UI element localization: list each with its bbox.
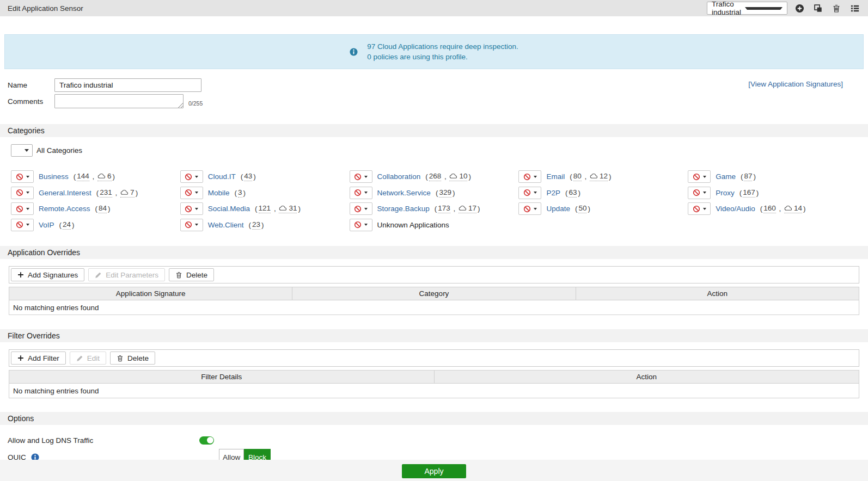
category-link[interactable]: Social.Media	[208, 205, 250, 213]
category-count[interactable]: (23)	[249, 220, 264, 230]
category-link[interactable]: Business	[39, 172, 69, 181]
block-icon	[185, 189, 192, 196]
category-count[interactable]: (144 , 6)	[74, 172, 115, 181]
column-header-application-signature: Application Signature	[9, 287, 292, 300]
category-count[interactable]: (231 , 7)	[96, 188, 138, 198]
view-list-button[interactable]	[848, 2, 861, 15]
category-action-button[interactable]	[350, 170, 372, 183]
category-count[interactable]: (24)	[59, 220, 75, 230]
category-link[interactable]: Network.Service	[377, 189, 431, 197]
category-action-button[interactable]	[688, 187, 711, 199]
chevron-down-icon	[703, 192, 706, 194]
add-signatures-button[interactable]: Add Signatures	[11, 268, 84, 281]
delete-signatures-button[interactable]: Delete	[169, 268, 214, 281]
category-link[interactable]: Mobile	[208, 189, 230, 197]
category-count[interactable]: (121 , 31)	[255, 204, 301, 213]
category-action-button[interactable]	[11, 187, 34, 199]
category-action-button[interactable]	[350, 219, 372, 231]
cloud-icon	[449, 173, 457, 179]
category-count[interactable]: (329)	[436, 188, 455, 198]
category-count[interactable]: (160 , 14)	[760, 204, 806, 213]
category-link[interactable]: Collaboration	[377, 172, 421, 181]
category-count[interactable]: (50)	[575, 204, 590, 213]
block-icon	[354, 173, 362, 181]
category-action-button[interactable]	[688, 170, 711, 183]
category-count[interactable]: (268 , 10)	[425, 172, 471, 181]
cloud-icon	[590, 173, 598, 179]
category-count[interactable]: (87)	[741, 172, 756, 181]
chevron-down-icon	[364, 208, 368, 210]
category-link[interactable]: Proxy	[716, 189, 735, 197]
section-header-filter-overrides: Filter Overrides	[0, 329, 868, 342]
category-action-button[interactable]	[180, 219, 203, 231]
category-action-button[interactable]	[180, 187, 203, 199]
clone-icon	[814, 4, 823, 13]
category-action-button[interactable]	[350, 187, 372, 199]
banner-text: 97 Cloud Applications require deep inspe…	[367, 41, 518, 62]
category-link[interactable]: Video/Audio	[716, 205, 755, 213]
category-action-button[interactable]	[518, 187, 541, 199]
category-item: P2P(63)	[518, 187, 688, 199]
category-action-button[interactable]	[688, 202, 711, 215]
category-action-button[interactable]	[518, 202, 541, 215]
category-count[interactable]: (3)	[235, 188, 246, 198]
section-header-categories: Categories	[0, 124, 868, 137]
category-action-button[interactable]	[11, 219, 34, 231]
list-icon	[850, 4, 860, 13]
category-link[interactable]: P2P	[546, 189, 560, 197]
comments-label: Comments	[8, 97, 54, 106]
profile-select[interactable]: Trafico industrial	[707, 2, 787, 15]
category-link[interactable]: Game	[716, 172, 736, 181]
category-link[interactable]: Cloud.IT	[208, 172, 236, 181]
bulk-action-select[interactable]	[11, 144, 33, 157]
clone-profile-button[interactable]	[811, 2, 824, 15]
category-link[interactable]: Web.Client	[208, 221, 244, 229]
delete-profile-button[interactable]	[830, 2, 843, 15]
apply-button[interactable]: Apply	[402, 464, 466, 478]
category-link[interactable]: General.Interest	[39, 189, 91, 197]
category-item: Game(87)	[688, 170, 857, 183]
category-count[interactable]: (63)	[565, 188, 580, 198]
delete-filter-button[interactable]: Delete	[110, 351, 155, 365]
add-filter-button[interactable]: Add Filter	[11, 351, 66, 365]
category-count[interactable]: (84)	[95, 204, 111, 213]
add-profile-button[interactable]	[793, 2, 806, 15]
category-action-button[interactable]	[350, 202, 372, 215]
view-application-signatures-link[interactable]: [View Application Signatures]	[748, 80, 843, 88]
column-header-action: Action	[434, 371, 859, 384]
category-link[interactable]: Storage.Backup	[377, 205, 430, 213]
block-icon	[523, 189, 531, 196]
cloud-icon	[459, 205, 467, 211]
block-icon	[693, 205, 700, 213]
filter-overrides-toolbar: Add Filter Edit Delete	[9, 349, 859, 367]
page-title: Edit Application Sensor	[8, 4, 83, 13]
category-action-button[interactable]	[518, 170, 541, 183]
category-link[interactable]: Update	[546, 205, 570, 213]
footer-bar: Apply	[0, 460, 868, 481]
category-item: General.Interest(231 , 7)	[11, 187, 180, 199]
name-input[interactable]	[54, 78, 201, 92]
profile-select-value: Trafico industrial	[712, 0, 745, 16]
dns-traffic-toggle[interactable]	[199, 436, 214, 445]
empty-table-message: No matching entries found	[9, 384, 859, 398]
category-item: Proxy(167)	[688, 187, 857, 199]
category-count[interactable]: (80 , 12)	[570, 172, 611, 181]
dns-traffic-row: Allow and Log DNS Traffic	[8, 433, 868, 448]
category-action-button[interactable]	[11, 170, 34, 183]
category-link[interactable]: Email	[546, 172, 565, 181]
category-action-button[interactable]	[180, 170, 203, 183]
category-link[interactable]: VoIP	[39, 221, 54, 229]
category-link[interactable]: Remote.Access	[39, 205, 90, 213]
block-icon	[16, 173, 23, 181]
category-count[interactable]: (173 , 17)	[435, 204, 480, 213]
section-header-application-overrides: Application Overrides	[0, 246, 868, 259]
category-count[interactable]: (167)	[739, 188, 759, 198]
comments-textarea[interactable]	[54, 94, 184, 108]
category-count[interactable]: (43)	[241, 172, 256, 181]
category-action-button[interactable]	[11, 202, 34, 215]
chevron-down-icon	[364, 192, 368, 194]
category-action-button[interactable]	[180, 202, 203, 215]
chevron-down-icon	[703, 176, 706, 178]
info-banner: 97 Cloud Applications require deep inspe…	[4, 34, 864, 69]
pencil-icon	[76, 355, 83, 362]
